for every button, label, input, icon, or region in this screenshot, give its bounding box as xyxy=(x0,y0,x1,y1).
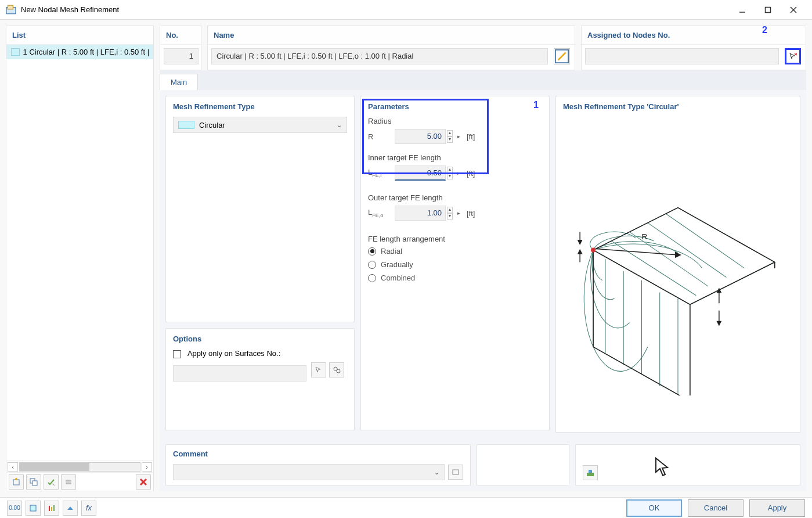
view-mode3-button[interactable] xyxy=(63,501,78,516)
type-dropdown[interactable]: Circular ⌄ xyxy=(173,117,347,133)
outer-unit: [ft] xyxy=(467,209,475,218)
apply-surfaces-checkbox[interactable] xyxy=(173,350,181,358)
assigned-panel: Assigned to Nodes No. 2 xyxy=(581,26,806,70)
close-button[interactable] xyxy=(781,0,806,20)
radius-spinner[interactable]: ▲▼ xyxy=(447,130,453,143)
preview-header: Mesh Refinement Type 'Circular' xyxy=(563,102,793,111)
ok-button[interactable]: OK xyxy=(626,499,682,517)
outer-length-input[interactable]: 1.00 xyxy=(395,206,446,221)
inner-group-label: Inner target FE length xyxy=(368,153,542,162)
svg-line-25 xyxy=(666,214,744,268)
preview-options-button[interactable] xyxy=(583,465,598,480)
svg-line-24 xyxy=(648,223,726,278)
comment-panel: Comment ⌄ xyxy=(165,444,471,485)
radius-step-button[interactable]: ▸ xyxy=(455,130,462,143)
maximize-button[interactable] xyxy=(755,0,781,20)
find-surfaces-button[interactable] xyxy=(329,362,344,377)
check-button[interactable] xyxy=(44,474,59,490)
copy-item-button[interactable] xyxy=(26,474,41,490)
cancel-button[interactable]: Cancel xyxy=(688,499,744,517)
minimize-button[interactable] xyxy=(730,0,755,20)
svg-rect-40 xyxy=(30,505,36,511)
radius-input[interactable]: 5.00 xyxy=(395,129,446,144)
view-mode2-button[interactable] xyxy=(44,501,59,516)
delete-item-button[interactable] xyxy=(136,474,151,490)
lfeo-symbol: LFE,o xyxy=(368,208,395,218)
scroll-track[interactable] xyxy=(19,462,140,472)
svg-rect-1 xyxy=(8,5,13,9)
list-options-button[interactable] xyxy=(61,474,76,490)
outer-step-button[interactable]: ▸ xyxy=(455,206,462,220)
svg-point-21 xyxy=(337,369,340,373)
lfei-symbol: LFE,i xyxy=(368,168,395,178)
parameters-header: Parameters xyxy=(368,102,542,111)
comment-input[interactable]: ⌄ xyxy=(173,464,445,480)
comment-library-button[interactable] xyxy=(448,465,463,480)
dropdown-color-icon xyxy=(178,121,194,129)
list-hscrollbar[interactable]: ‹ › xyxy=(6,461,153,472)
no-header: No. xyxy=(160,26,201,45)
inner-unit: [ft] xyxy=(467,169,475,178)
app-icon xyxy=(6,5,16,15)
units-button[interactable]: 0.00 xyxy=(7,501,22,516)
apply-surfaces-input[interactable] xyxy=(173,365,306,382)
scroll-right-icon[interactable]: › xyxy=(142,462,152,472)
svg-point-36 xyxy=(591,247,596,252)
pick-nodes-button[interactable] xyxy=(785,48,801,64)
list-item-label: 1 Circular | R : 5.00 ft | LFE,i : 0.50 … xyxy=(23,48,149,56)
inner-length-input[interactable]: 0.50 xyxy=(395,166,446,181)
options-header: Options xyxy=(173,334,347,343)
name-header: Name xyxy=(208,26,575,45)
pick-surfaces-button[interactable] xyxy=(311,362,326,377)
radio-combined-label: Combined xyxy=(381,274,415,282)
tab-main[interactable]: Main xyxy=(160,74,198,90)
radio-combined[interactable]: Combined xyxy=(368,274,542,282)
radio-icon xyxy=(368,247,376,256)
inner-spinner[interactable]: ▲▼ xyxy=(447,167,453,179)
annotation-2: 2 xyxy=(762,25,767,35)
radio-icon xyxy=(368,274,376,282)
chevron-down-icon: ⌄ xyxy=(434,469,439,476)
annotation-1: 1 xyxy=(533,100,539,110)
radio-radial[interactable]: Radial xyxy=(368,247,542,256)
svg-text:fx: fx xyxy=(86,504,92,512)
view-mode1-button[interactable] xyxy=(26,501,41,516)
mesh-preview-image: R xyxy=(563,117,793,395)
window-title: New Nodal Mesh Refinement xyxy=(21,5,119,14)
name-panel: Name Circular | R : 5.00 ft | LFE,i : 0.… xyxy=(207,26,575,70)
chevron-down-icon: ⌄ xyxy=(337,121,342,129)
outer-group-label: Outer target FE length xyxy=(368,193,542,202)
outer-spinner[interactable]: ▲▼ xyxy=(447,207,453,220)
svg-rect-39 xyxy=(589,470,592,473)
list-toolbar xyxy=(6,472,153,491)
radio-radial-label: Radial xyxy=(381,247,402,256)
preview-panel: Mesh Refinement Type 'Circular' xyxy=(555,96,800,433)
apply-button[interactable]: Apply xyxy=(749,499,805,517)
scroll-thumb[interactable] xyxy=(20,463,89,471)
assigned-header: Assigned to Nodes No. xyxy=(582,26,806,45)
name-input[interactable]: Circular | R : 5.00 ft | LFE,i : 0.50 ft… xyxy=(211,48,548,64)
inner-step-button[interactable]: ▸ xyxy=(455,166,462,180)
titlebar: New Nodal Mesh Refinement xyxy=(0,0,812,20)
radio-gradually-label: Gradually xyxy=(381,260,413,269)
radio-gradually[interactable]: Gradually xyxy=(368,260,542,269)
radius-group-label: Radius xyxy=(368,117,542,125)
svg-rect-10 xyxy=(33,481,37,485)
svg-rect-3 xyxy=(766,7,771,12)
comment-header: Comment xyxy=(173,449,463,458)
radius-unit: [ft] xyxy=(467,132,475,141)
preview-r-label: R xyxy=(641,232,647,241)
scroll-left-icon[interactable]: ‹ xyxy=(8,462,18,472)
parameters-panel: Parameters 1 Radius R 5.00 ▲▼ ▸ [ft] Inn… xyxy=(360,96,550,430)
svg-line-31 xyxy=(596,249,678,254)
new-item-button[interactable] xyxy=(9,474,24,490)
svg-line-22 xyxy=(611,241,696,296)
assigned-input[interactable] xyxy=(585,48,779,64)
name-edit-button[interactable] xyxy=(554,48,570,64)
preview-toolbar-panel xyxy=(575,444,800,485)
radio-icon xyxy=(368,261,376,269)
no-input[interactable]: 1 xyxy=(164,48,199,64)
function-button[interactable]: fx xyxy=(81,501,96,516)
list-item[interactable]: 1 Circular | R : 5.00 ft | LFE,i : 0.50 … xyxy=(6,45,153,59)
apply-surfaces-label: Apply only on Surfaces No.: xyxy=(187,349,280,358)
